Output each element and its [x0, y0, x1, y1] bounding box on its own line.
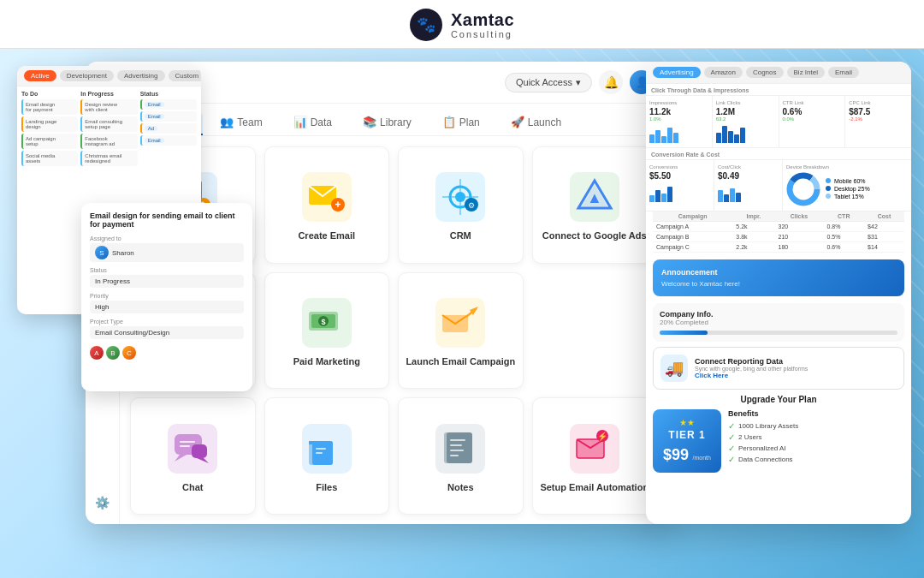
ip-card-4: Christmas emailredesigned [80, 151, 137, 166]
cost-click-label: Cost/Click [718, 164, 779, 170]
card-create-email[interactable]: + Create Email [264, 146, 390, 264]
files-label: Files [316, 481, 337, 493]
status-title: Status [140, 91, 197, 97]
card-files[interactable]: Files [264, 397, 390, 515]
tab-library[interactable]: 📚 Library [349, 110, 425, 135]
collaborators: A B C [90, 346, 244, 360]
todo-title: To Do [21, 91, 78, 97]
setup-email-icon: ⚡ [569, 423, 620, 474]
lp-tab-dev[interactable]: Development [60, 70, 114, 81]
legend-tablet: Tablet 15% [826, 194, 870, 200]
email-detail-title: Email design for sending email to client… [90, 212, 244, 229]
col-campaign: Campaign [653, 212, 732, 222]
status-card-1: Email [140, 99, 197, 110]
impressions-label: Impressions [649, 100, 708, 105]
card-chat[interactable]: Chat [130, 397, 256, 515]
card-crm[interactable]: ⚙ CRM [398, 146, 524, 264]
google-ads-icon: ▲ [569, 171, 620, 223]
launch-email-label: Launch Email Campaign [406, 355, 515, 367]
price-period: /month [693, 455, 711, 461]
price-value: $99 [663, 446, 689, 463]
company-info-title: Company Info. [660, 310, 897, 319]
notes-label: Notes [447, 481, 474, 493]
project-type-value: Email Consulting/Design [90, 326, 244, 339]
svg-rect-53 [447, 432, 472, 463]
check-icon-2: ✓ [728, 432, 735, 442]
files-icon [301, 423, 352, 474]
benefit-3: ✓ Personalized AI [728, 444, 904, 453]
svg-text:+: + [335, 199, 341, 211]
lp-tab-custom[interactable]: Custom [169, 70, 201, 81]
tab-plan[interactable]: 📋 Plan [429, 110, 494, 135]
status-card-3: Ad [140, 123, 197, 134]
metric-cpc: CPC Link $87.5 -2.1% [845, 96, 911, 147]
ip-card-2: Email consultingsetup page [80, 116, 137, 132]
analytics-tab-advertising[interactable]: Advertising [653, 67, 701, 78]
connect-cta[interactable]: Click Here [695, 372, 897, 379]
benefit-2-text: 2 Users [738, 433, 762, 441]
lp-tab-active[interactable]: Active [24, 70, 56, 81]
todo-card-2: Landing pagedesign [21, 116, 78, 132]
project-type-label: Project Type [90, 319, 244, 325]
logo-area: 🐾 Xamtac Consulting [410, 9, 514, 41]
ctr-change: 0.0% [783, 116, 842, 122]
announcement-title: Announcement [661, 268, 896, 277]
data-tab-label: Data [311, 116, 332, 128]
priority-label: Priority [90, 293, 244, 299]
desktop-label: Desktop 25% [834, 186, 870, 192]
brand-sub: Consulting [451, 29, 514, 39]
clicks-2: 210 [775, 232, 824, 242]
notification-button[interactable]: 🔔 [599, 70, 623, 94]
card-paid-marketing[interactable]: $ Paid Marketing [264, 272, 390, 390]
analytics-tab-email[interactable]: Email [828, 67, 859, 78]
analytics-tab-amazon[interactable]: Amazon [704, 67, 743, 78]
tier-stars: ★★ [663, 418, 711, 427]
clicks-3: 180 [775, 242, 824, 253]
card-google-ads[interactable]: ▲ Connect to Google Ads [532, 146, 658, 264]
lp-tab-adv[interactable]: Advertising [117, 70, 165, 81]
card-launch-email[interactable]: Launch Email Campaign [398, 272, 524, 390]
card-setup-email[interactable]: ⚡ Setup Email Automation [532, 397, 658, 515]
paid-marketing-label: Paid Marketing [293, 355, 360, 367]
company-info-block: Company Info. 20% Completed [653, 303, 904, 342]
svg-rect-55 [450, 444, 462, 446]
benefit-2: ✓ 2 Users [728, 432, 904, 442]
campaign-1: Campaign A [653, 222, 732, 232]
team-tab-icon: 👥 [220, 116, 234, 128]
tab-team[interactable]: 👥 Team [206, 110, 275, 135]
benefit-1-text: 1000 Library Assets [738, 422, 798, 430]
svg-rect-42 [180, 441, 195, 443]
main-background: Active Development Advertising Custom To… [0, 49, 924, 578]
analytics-tab-cognos[interactable]: Cognos [746, 67, 784, 78]
ctr-1: 0.8% [823, 222, 864, 232]
benefit-4-text: Data Connections [738, 456, 793, 463]
svg-rect-44 [192, 444, 207, 458]
benefit-4: ✓ Data Connections [728, 455, 904, 464]
team-tab-label: Team [237, 116, 262, 128]
card-notes[interactable]: Notes [398, 397, 524, 515]
assigned-value: S Sharon [90, 243, 244, 262]
impr-2: 3.8k [732, 232, 774, 242]
analytics-tab-bizintel[interactable]: Biz Intel [787, 67, 825, 78]
tier-name: TIER 1 [663, 429, 711, 441]
tab-data[interactable]: 📊 Data [280, 110, 346, 135]
progress-bar-fill [660, 331, 708, 335]
collab-2: B [106, 346, 120, 360]
connect-text: Connect Reporting Data Sync with google,… [695, 357, 897, 379]
sidebar-icon-settings[interactable]: ⚙️ [91, 491, 115, 515]
svg-text:▲: ▲ [587, 189, 602, 206]
status-column: Status Email Email Ad Email [140, 91, 197, 168]
quick-access-button[interactable]: Quick Access ▾ [505, 73, 592, 92]
email-detail-panel: Email design for sending email to client… [81, 203, 252, 391]
assigned-label: Assigned to [90, 235, 244, 241]
device-breakdown: Mobile 60% Desktop 25% Tablet 15% [786, 172, 908, 206]
inprogress-column: In Progress Design reviewwith client Ema… [80, 91, 137, 168]
left-panel-tabs: Active Development Advertising Custom [17, 66, 201, 86]
col-impressions: Impr. [732, 212, 774, 222]
tab-launch[interactable]: 🚀 Launch [497, 110, 575, 135]
upgrade-tier-card: ★★ TIER 1 $99 /month [653, 409, 721, 473]
company-progress-label: 20% Completed [660, 319, 897, 326]
table-row: Campaign C 2.2k 180 0.6% $14 [653, 242, 904, 253]
analytics-tabs: Advertising Amazon Cognos Biz Intel Emai… [646, 62, 911, 84]
left-panel-body: To Do Email designfor payment Landing pa… [17, 86, 201, 172]
